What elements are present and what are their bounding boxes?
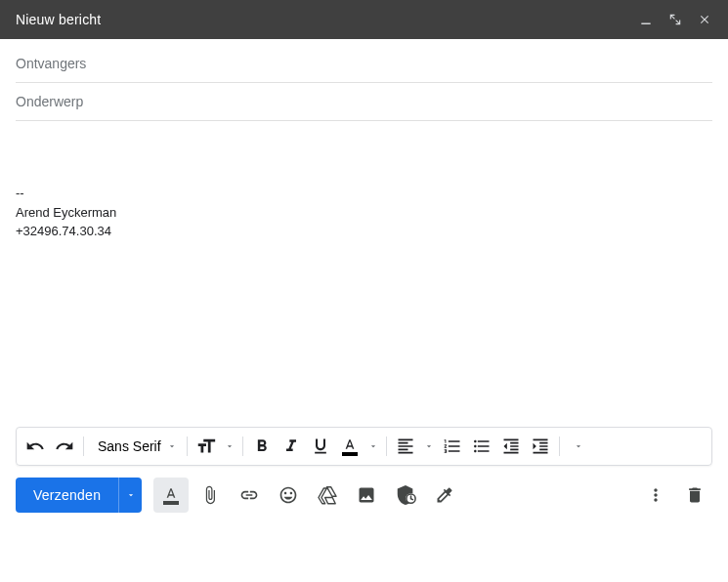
toolbar-separator <box>386 436 387 456</box>
insert-link-button[interactable] <box>232 478 267 513</box>
compose-header: Nieuw bericht <box>0 0 728 39</box>
send-options-button[interactable] <box>118 478 142 513</box>
toolbar-separator <box>187 436 188 456</box>
signature-separator: -- <box>16 184 712 203</box>
svg-rect-0 <box>641 23 650 24</box>
formatting-toolbar: Sans Serif <box>16 427 712 466</box>
bottom-left-actions: Verzenden <box>16 478 462 513</box>
numbered-list-button[interactable] <box>438 431 467 462</box>
chevron-down-icon <box>167 438 177 454</box>
subject-row <box>16 83 712 121</box>
align-button[interactable] <box>391 431 420 462</box>
send-group: Verzenden <box>16 478 142 513</box>
chevron-down-icon <box>574 437 583 455</box>
font-size-button[interactable] <box>192 431 221 462</box>
bottom-right-actions <box>638 478 712 513</box>
redo-button[interactable] <box>50 431 79 462</box>
more-options-button[interactable] <box>638 478 673 513</box>
undo-button[interactable] <box>21 431 50 462</box>
font-family-label: Sans Serif <box>98 438 161 454</box>
send-button[interactable]: Verzenden <box>16 478 118 513</box>
compose-body[interactable]: -- Arend Eyckerman +32496.74.30.34 <box>0 121 728 419</box>
header-actions <box>634 8 716 31</box>
underline-button[interactable] <box>306 431 335 462</box>
recipients-row <box>16 45 712 83</box>
compose-fields <box>0 39 728 121</box>
insert-photo-button[interactable] <box>349 478 384 513</box>
chevron-down-icon[interactable] <box>420 437 438 455</box>
discard-draft-button[interactable] <box>677 478 712 513</box>
confidential-mode-button[interactable] <box>388 478 423 513</box>
more-formatting-button[interactable] <box>564 431 593 462</box>
toolbar-separator <box>83 436 84 456</box>
bullet-list-button[interactable] <box>467 431 496 462</box>
insert-emoji-button[interactable] <box>271 478 306 513</box>
attach-file-button[interactable] <box>193 478 228 513</box>
indent-decrease-button[interactable] <box>496 431 526 462</box>
compose-title: Nieuw bericht <box>16 12 101 27</box>
close-icon[interactable] <box>693 8 716 31</box>
recipients-input[interactable] <box>16 56 712 71</box>
insert-signature-button[interactable] <box>427 478 462 513</box>
font-family-dropdown[interactable]: Sans Serif <box>88 431 183 462</box>
subject-input[interactable] <box>16 94 712 109</box>
signature-name: Arend Eyckerman <box>16 203 712 223</box>
indent-increase-button[interactable] <box>526 431 555 462</box>
chevron-down-icon[interactable] <box>364 437 382 455</box>
chevron-down-icon[interactable] <box>221 437 238 455</box>
formatting-toggle-button[interactable] <box>153 478 189 513</box>
insert-drive-button[interactable] <box>310 478 345 513</box>
text-color-button[interactable] <box>335 431 364 462</box>
signature-phone: +32496.74.30.34 <box>16 222 712 241</box>
minimize-icon[interactable] <box>634 8 658 31</box>
italic-button[interactable] <box>277 431 306 462</box>
toolbar-separator <box>242 436 243 456</box>
bottom-toolbar: Verzenden <box>0 466 728 524</box>
toolbar-separator <box>559 436 560 456</box>
bold-button[interactable] <box>247 431 277 462</box>
expand-icon[interactable] <box>664 8 687 31</box>
